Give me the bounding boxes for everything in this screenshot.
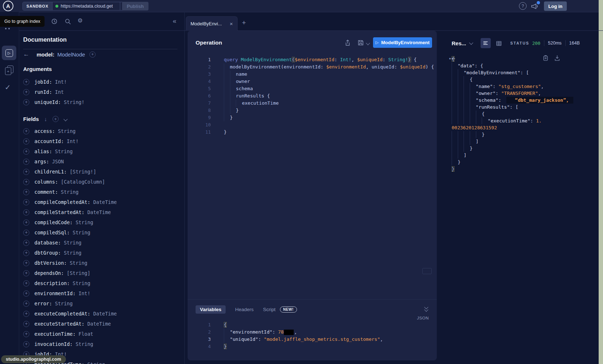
add-to-query-icon[interactable] — [23, 311, 29, 317]
new-tab-icon[interactable] — [242, 19, 246, 27]
code-line[interactable]: { — [446, 110, 573, 117]
code-line[interactable]: "owner": "TRANSFORMER", — [446, 90, 573, 97]
field-row[interactable]: executeStartedAt:DateTime — [23, 319, 179, 329]
code-line[interactable]: { — [446, 55, 573, 62]
fields-options-chevron-icon[interactable] — [63, 117, 67, 121]
argument-name[interactable]: uniqueId: — [34, 99, 61, 105]
code-line[interactable]: } — [446, 145, 573, 152]
code-line[interactable]: 7executionTime — [188, 100, 434, 107]
publish-button[interactable]: Publish — [122, 2, 148, 11]
field-name[interactable]: dbtGroup: — [34, 250, 61, 256]
add-to-query-icon[interactable] — [23, 331, 29, 337]
add-to-query-icon[interactable] — [23, 199, 29, 205]
field-type[interactable]: String — [55, 301, 73, 306]
argument-row[interactable]: runId:Int — [23, 87, 179, 97]
field-name[interactable]: compileCompletedAt: — [34, 199, 90, 205]
code-line[interactable]: 9} — [188, 114, 434, 121]
field-name[interactable]: compileStartedAt: — [34, 209, 84, 215]
field-row[interactable]: dependsOn:[String] — [23, 268, 179, 278]
argument-row[interactable]: jobId:Int! — [23, 77, 179, 87]
field-type[interactable]: String — [64, 250, 81, 256]
add-to-query-icon[interactable] — [23, 128, 29, 134]
field-row[interactable]: childrenL1:[String!] — [23, 167, 179, 177]
field-row[interactable]: compiledCode:String — [23, 217, 179, 227]
field-type[interactable]: String — [73, 230, 91, 235]
response-body[interactable]: {"data": {"modelByEnvironment": [{"name"… — [446, 55, 573, 172]
add-to-query-icon[interactable] — [23, 79, 29, 85]
field-row[interactable]: comment:String — [23, 187, 179, 197]
field-type[interactable]: DateTime — [93, 311, 117, 317]
code-line[interactable]: ] — [446, 138, 573, 145]
history-icon[interactable] — [51, 18, 58, 25]
code-line[interactable]: "runResults": [ — [446, 104, 573, 110]
announcements-icon[interactable] — [531, 2, 539, 10]
field-type[interactable]: DateTime — [87, 209, 111, 215]
code-line[interactable]: "data": { — [446, 62, 573, 69]
argument-type[interactable]: Int — [55, 89, 64, 95]
help-icon[interactable] — [519, 2, 527, 10]
field-name[interactable]: accountId: — [34, 138, 64, 144]
field-name[interactable]: invocationId: — [34, 341, 73, 347]
add-to-query-icon[interactable] — [23, 250, 29, 256]
field-type[interactable]: String — [58, 128, 76, 134]
add-to-query-icon[interactable] — [23, 280, 29, 286]
field-name[interactable]: compiledCode: — [34, 219, 73, 225]
sidebar-item-collections[interactable] — [5, 66, 14, 75]
field-name[interactable]: description: — [34, 280, 70, 286]
run-operation-button[interactable]: ModelByEnvironment — [373, 37, 432, 48]
variables-editor[interactable]: 1{2"environmentId": 78,3"uniqueId": "mod… — [188, 321, 383, 350]
code-line[interactable]: "name": "stg_customers", — [446, 83, 573, 90]
field-row[interactable]: description:String — [23, 278, 179, 288]
code-line[interactable]: 6runResults { — [188, 92, 434, 100]
field-name[interactable]: dbtVersion: — [34, 260, 67, 266]
add-to-query-icon[interactable] — [23, 260, 29, 266]
argument-name[interactable]: runId: — [34, 89, 52, 95]
field-name[interactable]: error: — [34, 301, 52, 306]
code-line[interactable]: "modelByEnvironment": [ — [446, 69, 573, 76]
collapse-panel-icon[interactable] — [173, 17, 176, 25]
field-name[interactable]: environmentId: — [34, 290, 76, 296]
field-row[interactable]: invocationId:String — [23, 339, 179, 349]
argument-name[interactable]: jobId: — [34, 79, 52, 85]
field-type[interactable]: Int! — [67, 138, 79, 144]
add-to-query-icon[interactable] — [23, 169, 29, 175]
add-to-query-icon[interactable] — [23, 301, 29, 307]
add-to-query-icon[interactable] — [23, 321, 29, 327]
field-row[interactable]: dbtGroup:String — [23, 248, 179, 258]
endpoint-url-input[interactable]: https://metadata.cloud.get — [53, 2, 120, 10]
code-line[interactable]: "executionTime": 1. — [446, 117, 573, 124]
add-all-fields-icon[interactable] — [53, 116, 59, 122]
code-line[interactable]: 10 — [188, 121, 434, 129]
field-type[interactable]: [CatalogColumn] — [61, 179, 105, 185]
add-to-query-icon[interactable] — [23, 270, 29, 276]
add-to-query-icon[interactable] — [23, 341, 29, 347]
apollo-logo[interactable] — [3, 1, 13, 11]
collapse-variables-icon[interactable] — [424, 305, 429, 311]
search-icon[interactable] — [64, 18, 71, 25]
code-line[interactable]: 8} — [188, 107, 434, 114]
code-line[interactable]: 1{ — [188, 321, 383, 329]
field-type[interactable]: String — [73, 280, 91, 286]
add-to-query-icon[interactable] — [23, 209, 29, 216]
field-name[interactable]: alias: — [34, 148, 52, 154]
code-line[interactable]: 1query ModelByEnvironment($environmentId… — [188, 56, 434, 63]
field-row[interactable]: executeCompletedAt:DateTime — [23, 309, 179, 319]
login-button[interactable]: Log in — [544, 1, 567, 11]
field-type[interactable]: String — [76, 219, 93, 225]
field-type[interactable]: JSON — [52, 159, 64, 164]
format-view-toggle[interactable] — [481, 38, 491, 48]
back-arrow-icon[interactable] — [23, 51, 29, 58]
field-name[interactable]: executionTime: — [34, 331, 76, 337]
field-row[interactable]: accountId:Int! — [23, 136, 179, 146]
code-line[interactable]: { — [446, 76, 573, 83]
operation-editor[interactable]: 1query ModelByEnvironment($environmentId… — [188, 56, 434, 136]
field-row[interactable]: executionTime:Float — [23, 329, 179, 339]
breadcrumb-type[interactable]: ModelNode — [57, 51, 85, 58]
field-name[interactable]: args: — [34, 159, 49, 164]
add-to-query-icon[interactable] — [23, 219, 29, 226]
field-name[interactable]: dependsOn: — [34, 270, 64, 276]
field-type[interactable]: String — [64, 240, 81, 246]
field-type[interactable]: DateTime — [87, 321, 111, 327]
tab-modelbyenvironment[interactable]: ModelByEnvi... — [186, 16, 238, 31]
add-to-query-icon[interactable] — [23, 240, 29, 246]
